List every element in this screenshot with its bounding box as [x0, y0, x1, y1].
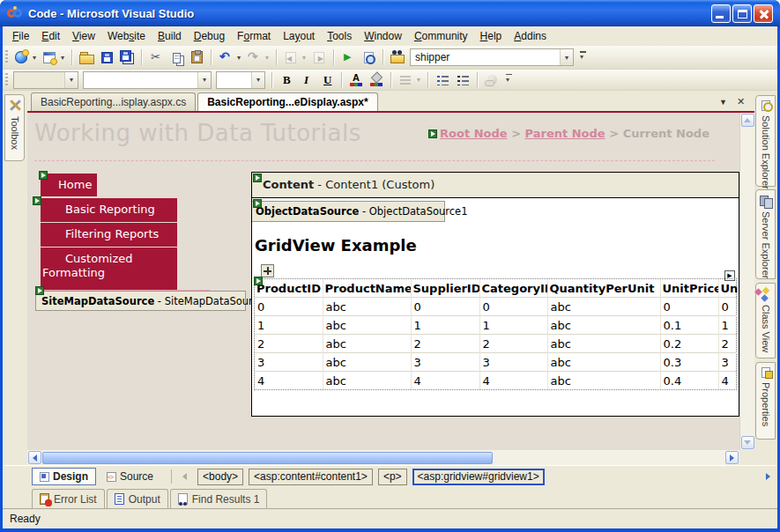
nav-item-filtering-reports[interactable]: Filtering Reports: [41, 223, 177, 247]
bold-button[interactable]: [277, 70, 296, 90]
design-view-tab[interactable]: Design: [32, 468, 96, 485]
scroll-left-button[interactable]: [28, 451, 41, 464]
undo-dropdown-button[interactable]: ▾: [234, 48, 243, 67]
breadcrumb-link[interactable]: Root Node: [440, 127, 508, 140]
copy-button[interactable]: [167, 48, 186, 67]
save-all-button[interactable]: [117, 48, 137, 67]
down-arrow-icon: [744, 440, 751, 445]
new-website-dropdown-button[interactable]: ▾: [30, 48, 39, 67]
find-in-files-button[interactable]: [388, 48, 407, 67]
tab-find-results-1[interactable]: Find Results 1: [170, 489, 268, 508]
table-cell: 0: [479, 298, 547, 316]
horizontal-scrollbar[interactable]: [27, 450, 739, 465]
menu-format[interactable]: Format: [231, 27, 277, 45]
undo-button[interactable]: [216, 48, 235, 67]
gridview-control[interactable]: ProductIDProductNameSupplierIDCategoryID…: [254, 278, 737, 390]
menu-smarttag-icon[interactable]: [33, 196, 41, 205]
toolbar-options-button[interactable]: [504, 70, 515, 90]
objectdatasource-control[interactable]: ObjectDataSource - ObjectDataSource1: [252, 201, 445, 222]
tag-scroll-left-button[interactable]: [179, 469, 190, 484]
toolbar-options-button[interactable]: [578, 48, 589, 67]
scrollbar-thumb[interactable]: [42, 452, 493, 464]
italic-button[interactable]: [297, 70, 316, 90]
nav-item-customized-formatting[interactable]: Customized Formatting: [41, 248, 177, 290]
menu-tools[interactable]: Tools: [321, 27, 358, 45]
tab-solution-explorer[interactable]: Solution Explorer: [755, 95, 776, 187]
objectdatasource-id: - ObjectDataSource1: [359, 205, 467, 218]
tag-scroll-right-button[interactable]: [762, 469, 774, 484]
tab-class-view[interactable]: Class View: [755, 283, 776, 358]
menu-community[interactable]: Community: [408, 27, 474, 45]
underline-button[interactable]: [317, 70, 337, 90]
toolbar-grip[interactable]: [5, 50, 8, 64]
scroll-right-button[interactable]: [725, 451, 739, 464]
cut-button[interactable]: [146, 48, 166, 67]
scroll-up-button[interactable]: [741, 114, 754, 127]
menu-help[interactable]: Help: [474, 27, 509, 45]
maximize-button[interactable]: [732, 4, 752, 23]
open-folder-button[interactable]: [77, 48, 96, 67]
content-smarttag-icon[interactable]: [253, 174, 262, 182]
vertical-scrollbar[interactable]: [739, 113, 754, 450]
scroll-down-button[interactable]: [741, 436, 754, 449]
menu-website[interactable]: Website: [101, 27, 152, 45]
breadcrumb-smarttag-icon[interactable]: [428, 129, 437, 138]
tab-list-dropdown-button[interactable]: ▼: [717, 95, 730, 108]
view-in-browser-button[interactable]: [359, 48, 378, 67]
highlight-button[interactable]: [367, 70, 386, 90]
move-handle[interactable]: [261, 264, 274, 277]
menu-build[interactable]: Build: [152, 27, 188, 45]
tab-server-explorer[interactable]: Server Explorer: [755, 189, 776, 279]
tag-asp-gridview-gridview1[interactable]: <asp:gridview#gridview1>: [412, 469, 545, 485]
table-cell: 1: [479, 316, 547, 335]
font-combo[interactable]: ▾: [83, 71, 212, 89]
tag-asp-content-content1[interactable]: <asp:content#content1>: [249, 469, 373, 485]
menu-window[interactable]: Window: [358, 27, 408, 45]
menu-addins[interactable]: Addins: [508, 27, 553, 45]
toolbar-grip[interactable]: [5, 73, 8, 87]
tab-error-list[interactable]: Error List: [32, 489, 105, 508]
add-item-button[interactable]: [40, 48, 59, 67]
tab-output[interactable]: Output: [107, 489, 168, 508]
menu-debug[interactable]: Debug: [188, 27, 231, 45]
source-view-tab[interactable]: Source: [100, 468, 160, 485]
close-document-button[interactable]: ✕: [734, 95, 747, 108]
sitemapdatasource-control[interactable]: SiteMapDataSource - SiteMapDataSource1: [35, 291, 246, 311]
nav-item-basic-reporting[interactable]: Basic Reporting: [41, 198, 177, 222]
new-website-button[interactable]: [11, 48, 31, 67]
sitemapdatasource-smarttag-icon[interactable]: [35, 286, 44, 295]
start-button[interactable]: [338, 48, 358, 67]
font-color-button[interactable]: [346, 70, 366, 90]
paste-button[interactable]: [187, 48, 206, 67]
menu-view[interactable]: View: [66, 27, 101, 45]
output-label: Output: [129, 493, 160, 506]
document-tab-active[interactable]: BasicReporting...eDisplay.aspx*: [197, 92, 378, 111]
combo-dropdown-button[interactable]: ▾: [197, 72, 211, 88]
menu-edit[interactable]: Edit: [35, 27, 66, 45]
tag-p[interactable]: <p>: [378, 469, 407, 485]
close-button[interactable]: [754, 4, 773, 23]
document-tab[interactable]: BasicReporting...isplay.aspx.cs: [31, 92, 196, 111]
tag-body[interactable]: <body>: [197, 469, 243, 485]
combo-dropdown-button[interactable]: ▾: [560, 49, 573, 65]
numbering-button[interactable]: [453, 70, 472, 90]
combo-dropdown-button[interactable]: ▾: [251, 72, 264, 88]
breadcrumb-link[interactable]: Parent Node: [525, 127, 605, 140]
fontsize-combo[interactable]: ▾: [216, 71, 265, 89]
undo-icon: [219, 50, 233, 64]
save-button[interactable]: [97, 48, 116, 67]
design-surface[interactable]: Working with Data Tutorials Root Node > …: [27, 113, 739, 450]
bullets-button[interactable]: [433, 70, 452, 90]
add-item-dropdown-button[interactable]: ▾: [58, 48, 67, 67]
menu-smarttag-icon[interactable]: [39, 171, 48, 180]
menu-file[interactable]: File: [6, 27, 35, 45]
tab-properties[interactable]: Properties: [755, 362, 776, 440]
menu-layout[interactable]: Layout: [277, 27, 321, 45]
toolbox-tab[interactable]: Toolbox: [4, 94, 25, 161]
objectdatasource-smarttag-icon[interactable]: [253, 199, 262, 208]
find-combo[interactable]: shipper▾: [410, 48, 574, 66]
minimize-button[interactable]: [711, 4, 731, 23]
nav-item-home[interactable]: Home: [41, 174, 97, 196]
gridview-smarttag-icon[interactable]: [254, 277, 263, 285]
content-panel[interactable]: Content - Content1 (Custom) ObjectDataSo…: [251, 172, 739, 417]
